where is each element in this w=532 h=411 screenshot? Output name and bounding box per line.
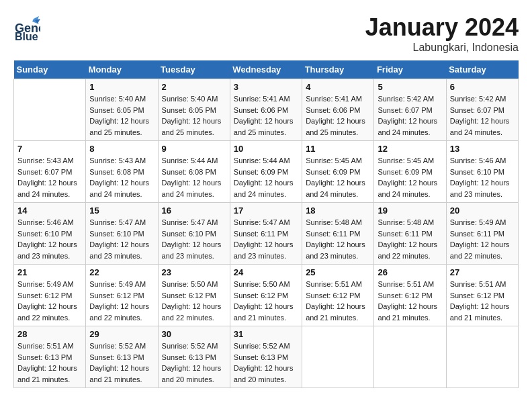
day-number: 7: [17, 144, 82, 154]
logo: General Blue: [13, 13, 40, 43]
day-cell: 5 Sunrise: 5:42 AMSunset: 6:07 PMDayligh…: [374, 79, 446, 141]
day-info: Sunrise: 5:47 AMSunset: 6:10 PMDaylight:…: [162, 217, 226, 261]
day-number: 25: [306, 267, 370, 277]
day-info: Sunrise: 5:40 AMSunset: 6:05 PMDaylight:…: [162, 93, 226, 138]
day-info: Sunrise: 5:52 AMSunset: 6:13 PMDaylight:…: [234, 340, 298, 385]
day-info: Sunrise: 5:51 AMSunset: 6:12 PMDaylight:…: [450, 279, 515, 323]
day-number: 22: [89, 267, 154, 277]
day-cell: 17 Sunrise: 5:47 AMSunset: 6:11 PMDaylig…: [230, 203, 302, 265]
day-number: 21: [17, 267, 82, 277]
day-cell: 23 Sunrise: 5:50 AMSunset: 6:12 PMDaylig…: [158, 265, 230, 326]
day-cell: 22 Sunrise: 5:49 AMSunset: 6:12 PMDaylig…: [86, 265, 158, 326]
day-info: Sunrise: 5:47 AMSunset: 6:11 PMDaylight:…: [234, 217, 298, 261]
week-row-3: 14 Sunrise: 5:46 AMSunset: 6:10 PMDaylig…: [14, 203, 519, 265]
day-cell: [374, 326, 446, 388]
day-info: Sunrise: 5:44 AMSunset: 6:09 PMDaylight:…: [234, 155, 298, 199]
day-number: 12: [378, 144, 442, 154]
day-cell: 14 Sunrise: 5:46 AMSunset: 6:10 PMDaylig…: [14, 203, 86, 265]
day-info: Sunrise: 5:45 AMSunset: 6:09 PMDaylight:…: [378, 155, 442, 199]
header-friday: Friday: [374, 60, 446, 79]
day-number: 24: [234, 267, 298, 277]
day-info: Sunrise: 5:44 AMSunset: 6:08 PMDaylight:…: [162, 155, 226, 199]
day-info: Sunrise: 5:51 AMSunset: 6:12 PMDaylight:…: [306, 279, 370, 323]
header-wednesday: Wednesday: [230, 60, 302, 79]
day-info: Sunrise: 5:52 AMSunset: 6:13 PMDaylight:…: [89, 340, 154, 385]
week-row-2: 7 Sunrise: 5:43 AMSunset: 6:07 PMDayligh…: [14, 141, 519, 203]
day-cell: 15 Sunrise: 5:47 AMSunset: 6:10 PMDaylig…: [86, 203, 158, 265]
day-cell: 1 Sunrise: 5:40 AMSunset: 6:05 PMDayligh…: [86, 79, 158, 141]
day-cell: 26 Sunrise: 5:51 AMSunset: 6:12 PMDaylig…: [374, 265, 446, 326]
day-number: 11: [306, 144, 370, 154]
day-info: Sunrise: 5:47 AMSunset: 6:10 PMDaylight:…: [89, 217, 154, 261]
day-number: 15: [89, 205, 154, 216]
day-number: 18: [306, 205, 370, 216]
day-info: Sunrise: 5:41 AMSunset: 6:06 PMDaylight:…: [234, 93, 298, 138]
day-cell: 13 Sunrise: 5:46 AMSunset: 6:10 PMDaylig…: [446, 141, 518, 203]
header-thursday: Thursday: [302, 60, 374, 79]
day-info: Sunrise: 5:40 AMSunset: 6:05 PMDaylight:…: [89, 93, 154, 138]
day-cell: 19 Sunrise: 5:48 AMSunset: 6:11 PMDaylig…: [374, 203, 446, 265]
day-number: 10: [234, 144, 298, 154]
day-number: 20: [450, 205, 515, 216]
day-number: 4: [306, 82, 370, 92]
day-info: Sunrise: 5:48 AMSunset: 6:11 PMDaylight:…: [306, 217, 370, 261]
day-cell: 18 Sunrise: 5:48 AMSunset: 6:11 PMDaylig…: [302, 203, 374, 265]
day-number: 27: [450, 267, 515, 277]
day-number: 28: [17, 329, 82, 339]
header-monday: Monday: [86, 60, 158, 79]
week-row-4: 21 Sunrise: 5:49 AMSunset: 6:12 PMDaylig…: [14, 265, 519, 326]
day-info: Sunrise: 5:45 AMSunset: 6:09 PMDaylight:…: [306, 155, 370, 199]
calendar-table: SundayMondayTuesdayWednesdayThursdayFrid…: [13, 60, 519, 388]
day-number: 14: [17, 205, 82, 216]
day-info: Sunrise: 5:43 AMSunset: 6:07 PMDaylight:…: [17, 155, 82, 199]
day-cell: 4 Sunrise: 5:41 AMSunset: 6:06 PMDayligh…: [302, 79, 374, 141]
day-cell: 20 Sunrise: 5:49 AMSunset: 6:11 PMDaylig…: [446, 203, 518, 265]
day-number: 29: [89, 329, 154, 339]
header-sunday: Sunday: [14, 60, 86, 79]
day-cell: 28 Sunrise: 5:51 AMSunset: 6:13 PMDaylig…: [14, 326, 86, 388]
day-number: 9: [162, 144, 226, 154]
day-info: Sunrise: 5:42 AMSunset: 6:07 PMDaylight:…: [450, 93, 515, 138]
day-cell: 30 Sunrise: 5:52 AMSunset: 6:13 PMDaylig…: [158, 326, 230, 388]
header-saturday: Saturday: [446, 60, 518, 79]
day-info: Sunrise: 5:51 AMSunset: 6:12 PMDaylight:…: [378, 279, 442, 323]
day-number: 16: [162, 205, 226, 216]
location: Labungkari, Indonesia: [365, 42, 519, 54]
day-cell: 10 Sunrise: 5:44 AMSunset: 6:09 PMDaylig…: [230, 141, 302, 203]
day-cell: 16 Sunrise: 5:47 AMSunset: 6:10 PMDaylig…: [158, 203, 230, 265]
day-number: 3: [234, 82, 298, 92]
day-info: Sunrise: 5:52 AMSunset: 6:13 PMDaylight:…: [162, 340, 226, 385]
day-info: Sunrise: 5:49 AMSunset: 6:12 PMDaylight:…: [17, 279, 82, 323]
page-header: General Blue January 2024 Labungkari, In…: [13, 13, 519, 54]
header-row: SundayMondayTuesdayWednesdayThursdayFrid…: [14, 60, 519, 79]
day-cell: 3 Sunrise: 5:41 AMSunset: 6:06 PMDayligh…: [230, 79, 302, 141]
day-number: 1: [89, 82, 154, 92]
week-row-5: 28 Sunrise: 5:51 AMSunset: 6:13 PMDaylig…: [14, 326, 519, 388]
day-cell: 6 Sunrise: 5:42 AMSunset: 6:07 PMDayligh…: [446, 79, 518, 141]
day-info: Sunrise: 5:43 AMSunset: 6:08 PMDaylight:…: [89, 155, 154, 199]
day-cell: 27 Sunrise: 5:51 AMSunset: 6:12 PMDaylig…: [446, 265, 518, 326]
day-info: Sunrise: 5:49 AMSunset: 6:12 PMDaylight:…: [89, 279, 154, 323]
day-info: Sunrise: 5:48 AMSunset: 6:11 PMDaylight:…: [378, 217, 442, 261]
day-info: Sunrise: 5:46 AMSunset: 6:10 PMDaylight:…: [450, 155, 515, 199]
day-info: Sunrise: 5:51 AMSunset: 6:13 PMDaylight:…: [17, 340, 82, 385]
day-number: 26: [378, 267, 442, 277]
day-number: 17: [234, 205, 298, 216]
day-cell: 11 Sunrise: 5:45 AMSunset: 6:09 PMDaylig…: [302, 141, 374, 203]
day-cell: [302, 326, 374, 388]
day-cell: 9 Sunrise: 5:44 AMSunset: 6:08 PMDayligh…: [158, 141, 230, 203]
svg-text:Blue: Blue: [15, 31, 38, 40]
day-number: 23: [162, 267, 226, 277]
day-cell: 8 Sunrise: 5:43 AMSunset: 6:08 PMDayligh…: [86, 141, 158, 203]
day-cell: [14, 79, 86, 141]
day-number: 5: [378, 82, 442, 92]
month-title: January 2024: [365, 13, 519, 42]
header-tuesday: Tuesday: [158, 60, 230, 79]
day-cell: 21 Sunrise: 5:49 AMSunset: 6:12 PMDaylig…: [14, 265, 86, 326]
day-info: Sunrise: 5:50 AMSunset: 6:12 PMDaylight:…: [234, 279, 298, 323]
day-cell: 29 Sunrise: 5:52 AMSunset: 6:13 PMDaylig…: [86, 326, 158, 388]
day-number: 2: [162, 82, 226, 92]
day-cell: 12 Sunrise: 5:45 AMSunset: 6:09 PMDaylig…: [374, 141, 446, 203]
day-number: 8: [89, 144, 154, 154]
day-cell: 31 Sunrise: 5:52 AMSunset: 6:13 PMDaylig…: [230, 326, 302, 388]
